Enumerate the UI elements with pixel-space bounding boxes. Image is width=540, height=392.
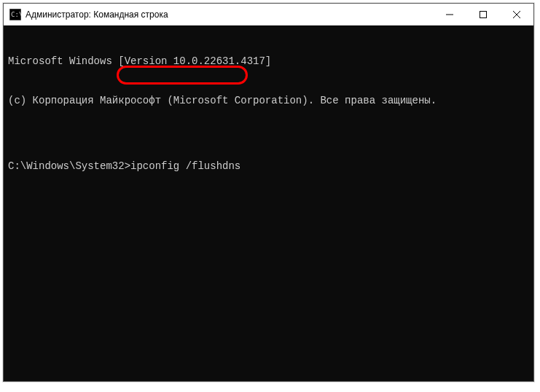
terminal-output[interactable]: Microsoft Windows [Version 10.0.22631.43… [4,26,533,381]
svg-rect-3 [480,11,487,17]
close-button[interactable] [500,4,533,25]
maximize-button[interactable] [466,4,500,25]
annotation-highlight [117,66,248,85]
cursor [240,160,246,172]
minimize-button[interactable] [433,4,466,25]
command-prompt-window: C:\ Администратор: Командная строка [3,3,534,382]
copyright-line: (c) Корпорация Майкрософт (Microsoft Cor… [8,94,529,107]
prompt-line: C:\Windows\System32>ipconfig /flushdns [8,160,529,173]
titlebar[interactable]: C:\ Администратор: Командная строка [4,4,533,26]
cmd-icon: C:\ [9,9,21,20]
window-controls [433,4,533,25]
svg-text:C:\: C:\ [11,11,21,18]
close-icon [513,11,520,18]
minimize-icon [446,11,453,18]
window-title: Администратор: Командная строка [26,9,433,20]
maximize-icon [480,11,487,18]
version-line: Microsoft Windows [Version 10.0.22631.43… [8,55,529,68]
command-text: ipconfig /flushdns [130,160,240,172]
prompt-path: C:\Windows\System32> [8,160,130,172]
